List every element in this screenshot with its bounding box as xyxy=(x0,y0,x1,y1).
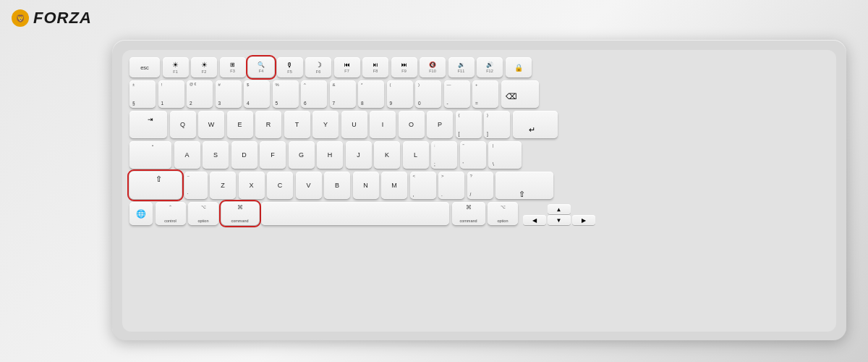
key-rbracket[interactable]: } ] xyxy=(484,111,510,138)
zxcv-row: ⇧ ~ ` Z X C V B N M < , > . ? / xyxy=(129,172,829,199)
key-option-right[interactable]: ⌥ option xyxy=(488,202,518,225)
logo: 🦁 FORZA xyxy=(12,9,92,28)
key-lock[interactable]: 🔒 xyxy=(506,57,532,77)
key-7[interactable]: & 7 xyxy=(330,80,356,108)
keyboard-wrapper: esc ☀ F1 ☀ F2 ⊞ F3 🔍 F4 🎙 F5 xyxy=(112,40,846,340)
key-x[interactable]: X xyxy=(239,172,265,199)
key-f5[interactable]: 🎙 F5 xyxy=(277,57,303,77)
key-semicolon[interactable]: : ; xyxy=(431,141,457,169)
key-f6[interactable]: ☽ F6 xyxy=(305,57,331,77)
key-backslash[interactable]: | \ xyxy=(488,141,522,169)
key-t[interactable]: T xyxy=(284,111,310,138)
key-q[interactable]: Q xyxy=(170,111,196,138)
key-o[interactable]: O xyxy=(399,111,425,138)
key-command-right[interactable]: ⌘ command xyxy=(452,202,485,225)
key-tab[interactable]: ⇥ xyxy=(129,111,167,138)
key-w[interactable]: W xyxy=(198,111,224,138)
key-arrow-right[interactable]: ▶ xyxy=(572,215,595,225)
key-arrow-left[interactable]: ◀ xyxy=(523,215,546,225)
num-row: ± § ! 1 @ € 2 # 3 $ 4 % 5 xyxy=(129,80,829,108)
key-4[interactable]: $ 4 xyxy=(244,80,270,108)
keyboard-inner: esc ☀ F1 ☀ F2 ⊞ F3 🔍 F4 🎙 F5 xyxy=(122,50,836,332)
key-j[interactable]: J xyxy=(346,141,372,169)
key-a[interactable]: A xyxy=(174,141,200,169)
key-h[interactable]: H xyxy=(317,141,343,169)
asdf-row: • A S D F G H J K L : ; " ' | \ xyxy=(129,141,829,169)
key-f12[interactable]: 🔊 F12 xyxy=(477,57,503,77)
key-command-left[interactable]: ⌘ command xyxy=(221,202,259,225)
key-y[interactable]: Y xyxy=(312,111,339,138)
key-m[interactable]: M xyxy=(381,172,407,199)
fn-row: esc ☀ F1 ☀ F2 ⊞ F3 🔍 F4 🎙 F5 xyxy=(129,57,829,77)
key-caps[interactable]: • xyxy=(129,141,171,169)
key-k[interactable]: K xyxy=(374,141,400,169)
key-enter[interactable]: ↵ xyxy=(513,111,558,138)
key-1[interactable]: ! 1 xyxy=(158,80,184,108)
key-f2[interactable]: ☀ F2 xyxy=(191,57,217,77)
key-f3[interactable]: ⊞ F3 xyxy=(220,57,246,77)
key-quote[interactable]: " ' xyxy=(460,141,486,169)
key-5[interactable]: % 5 xyxy=(273,80,299,108)
key-equals[interactable]: + = xyxy=(472,80,498,108)
key-f7[interactable]: ⏮ F7 xyxy=(334,57,360,77)
key-f9[interactable]: ⏭ F9 xyxy=(391,57,417,77)
key-f1[interactable]: ☀ F1 xyxy=(163,57,189,77)
key-g[interactable]: G xyxy=(289,141,315,169)
key-l[interactable]: L xyxy=(403,141,429,169)
key-delete[interactable]: ⌫ xyxy=(501,80,539,108)
key-esc[interactable]: esc xyxy=(129,57,160,77)
key-e[interactable]: E xyxy=(227,111,253,138)
key-f4[interactable]: 🔍 F4 xyxy=(248,57,274,77)
logo-text: FORZA xyxy=(33,9,92,28)
qwerty-row: ⇥ Q W E R T Y U I O P { [ } ] ↵ xyxy=(129,111,829,138)
key-f10[interactable]: 🔇 F10 xyxy=(420,57,446,77)
key-p[interactable]: P xyxy=(427,111,453,138)
key-6[interactable]: ^ 6 xyxy=(301,80,327,108)
key-slash[interactable]: ? / xyxy=(467,172,493,199)
key-arrow-up[interactable]: ▲ xyxy=(548,204,571,214)
key-c[interactable]: C xyxy=(267,172,293,199)
logo-icon: 🦁 xyxy=(12,9,29,27)
svg-text:🦁: 🦁 xyxy=(16,14,25,23)
key-9[interactable]: ( 9 xyxy=(387,80,413,108)
key-tilde[interactable]: ~ ` xyxy=(184,172,208,199)
key-sect[interactable]: ± § xyxy=(129,80,156,108)
key-s[interactable]: S xyxy=(203,141,229,169)
key-minus[interactable]: — - xyxy=(444,80,470,108)
key-3[interactable]: # 3 xyxy=(216,80,242,108)
key-z[interactable]: Z xyxy=(210,172,236,199)
key-2[interactable]: @ € 2 xyxy=(187,80,213,108)
bottom-row: 🌐 ⌃ control ⌥ option ⌘ command ⌘ command… xyxy=(129,202,829,225)
key-f8[interactable]: ⏯ F8 xyxy=(362,57,388,77)
key-comma[interactable]: < , xyxy=(410,172,436,199)
arrow-cluster: ▲ ◀ ▼ ▶ xyxy=(523,204,595,225)
key-lbracket[interactable]: { [ xyxy=(456,111,482,138)
key-right-shift[interactable]: ⇧ xyxy=(495,172,553,199)
key-r[interactable]: R xyxy=(255,111,281,138)
key-space[interactable] xyxy=(261,202,449,225)
key-period[interactable]: > . xyxy=(438,172,464,199)
key-globe[interactable]: 🌐 xyxy=(129,202,153,225)
key-i[interactable]: I xyxy=(370,111,396,138)
key-control[interactable]: ⌃ control xyxy=(156,202,186,225)
key-f11[interactable]: 🔉 F11 xyxy=(448,57,475,77)
key-d[interactable]: D xyxy=(231,141,258,169)
key-u[interactable]: U xyxy=(341,111,367,138)
key-left-shift[interactable]: ⇧ xyxy=(129,172,182,199)
key-n[interactable]: N xyxy=(353,172,379,199)
key-v[interactable]: V xyxy=(296,172,322,199)
key-option-left[interactable]: ⌥ option xyxy=(188,202,218,225)
key-b[interactable]: B xyxy=(324,172,350,199)
key-8[interactable]: * 8 xyxy=(358,80,384,108)
key-f[interactable]: F xyxy=(260,141,286,169)
key-arrow-down[interactable]: ▼ xyxy=(548,215,571,225)
key-0[interactable]: ) 0 xyxy=(415,80,441,108)
